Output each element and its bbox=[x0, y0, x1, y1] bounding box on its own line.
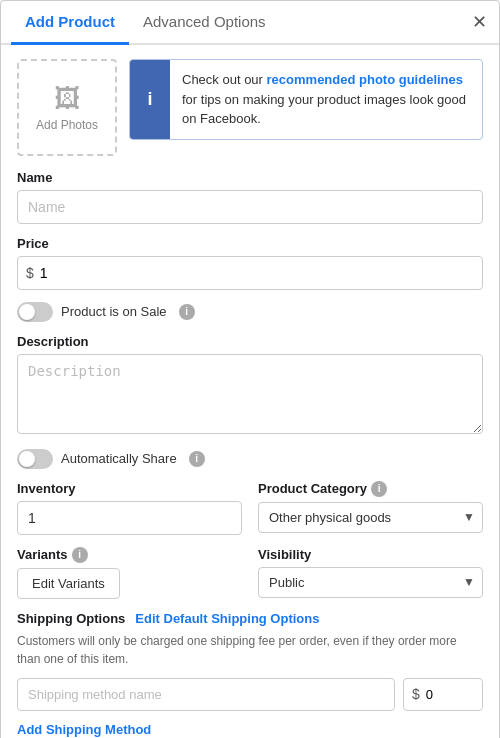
close-icon[interactable]: ✕ bbox=[472, 13, 487, 31]
tab-add-product[interactable]: Add Product bbox=[11, 1, 129, 45]
price-field-group: Price $ bbox=[17, 236, 483, 290]
sale-toggle-knob bbox=[19, 304, 35, 320]
sale-toggle-row: Product is on Sale i bbox=[17, 302, 483, 322]
shipping-section: Shipping Options Edit Default Shipping O… bbox=[17, 611, 483, 737]
price-prefix: $ bbox=[26, 265, 34, 281]
visibility-label: Visibility bbox=[258, 547, 483, 562]
shipping-method-row: $ bbox=[17, 678, 483, 711]
info-box-text: Check out our recommended photo guidelin… bbox=[170, 60, 482, 139]
info-icon: i bbox=[130, 60, 170, 139]
name-field-group: Name bbox=[17, 170, 483, 224]
auto-share-label: Automatically Share bbox=[61, 451, 177, 466]
visibility-select-wrapper: Public Private Hidden ▼ bbox=[258, 567, 483, 598]
sale-info-icon[interactable]: i bbox=[179, 304, 195, 320]
visibility-select[interactable]: Public Private Hidden bbox=[258, 567, 483, 598]
description-input[interactable] bbox=[17, 354, 483, 434]
category-group: Product Category i Other physical goods … bbox=[258, 481, 483, 535]
top-section: 🖼 Add Photos i Check out our recommended… bbox=[17, 59, 483, 156]
category-label: Product Category bbox=[258, 481, 367, 496]
info-box: i Check out our recommended photo guidel… bbox=[129, 59, 483, 140]
tab-bar: Add Product Advanced Options ✕ bbox=[1, 1, 499, 45]
price-label: Price bbox=[17, 236, 483, 251]
tab-advanced-options[interactable]: Advanced Options bbox=[129, 1, 280, 45]
category-select-wrapper: Other physical goods Clothing Electronic… bbox=[258, 502, 483, 533]
inventory-category-row: Inventory Product Category i Other physi… bbox=[17, 481, 483, 535]
inventory-input[interactable] bbox=[17, 501, 242, 535]
auto-share-toggle-knob bbox=[19, 451, 35, 467]
edit-variants-button[interactable]: Edit Variants bbox=[17, 568, 120, 599]
variants-visibility-row: Variants i Edit Variants Visibility Publ… bbox=[17, 547, 483, 599]
variants-label: Variants bbox=[17, 547, 68, 562]
description-label: Description bbox=[17, 334, 483, 349]
category-info-icon[interactable]: i bbox=[371, 481, 387, 497]
price-input[interactable] bbox=[36, 257, 474, 289]
shipping-price-input[interactable] bbox=[422, 679, 474, 710]
inventory-label: Inventory bbox=[17, 481, 242, 496]
shipping-header: Shipping Options Edit Default Shipping O… bbox=[17, 611, 483, 626]
add-photos-area[interactable]: 🖼 Add Photos bbox=[17, 59, 117, 156]
add-product-modal: Add Product Advanced Options ✕ 🖼 Add Pho… bbox=[0, 0, 500, 738]
add-photos-label: Add Photos bbox=[36, 118, 98, 132]
inventory-group: Inventory bbox=[17, 481, 242, 535]
edit-shipping-link[interactable]: Edit Default Shipping Options bbox=[135, 611, 319, 626]
shipping-method-name-input[interactable] bbox=[17, 678, 395, 711]
modal-body: 🖼 Add Photos i Check out our recommended… bbox=[1, 45, 499, 738]
variants-label-row: Variants i bbox=[17, 547, 242, 563]
photo-guidelines-link[interactable]: recommended photo guidelines bbox=[267, 72, 463, 87]
shipping-price-prefix: $ bbox=[412, 686, 420, 702]
sale-toggle-label: Product is on Sale bbox=[61, 304, 167, 319]
name-label: Name bbox=[17, 170, 483, 185]
shipping-title: Shipping Options bbox=[17, 611, 125, 626]
category-select[interactable]: Other physical goods Clothing Electronic… bbox=[258, 502, 483, 533]
visibility-group: Visibility Public Private Hidden ▼ bbox=[258, 547, 483, 599]
description-field-group: Description bbox=[17, 334, 483, 437]
name-input[interactable] bbox=[17, 190, 483, 224]
auto-share-info-icon[interactable]: i bbox=[189, 451, 205, 467]
variants-group: Variants i Edit Variants bbox=[17, 547, 242, 599]
auto-share-toggle[interactable] bbox=[17, 449, 53, 469]
sale-toggle[interactable] bbox=[17, 302, 53, 322]
add-shipping-method-link[interactable]: Add Shipping Method bbox=[17, 722, 151, 737]
auto-share-toggle-row: Automatically Share i bbox=[17, 449, 483, 469]
photo-icon: 🖼 bbox=[54, 83, 80, 114]
variants-info-icon[interactable]: i bbox=[72, 547, 88, 563]
shipping-price-wrapper: $ bbox=[403, 678, 483, 711]
shipping-description: Customers will only be charged one shipp… bbox=[17, 632, 483, 668]
category-label-row: Product Category i bbox=[258, 481, 483, 497]
price-input-wrapper: $ bbox=[17, 256, 483, 290]
